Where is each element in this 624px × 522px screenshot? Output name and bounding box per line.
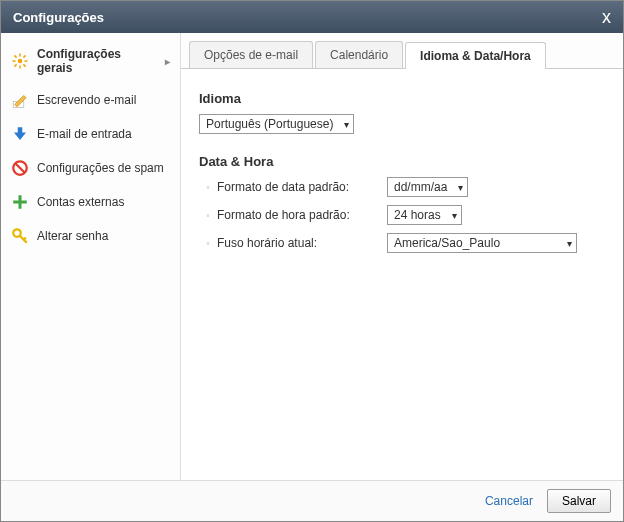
close-icon[interactable]: x bbox=[602, 7, 611, 28]
gear-icon bbox=[11, 52, 29, 70]
svg-line-18 bbox=[24, 238, 26, 240]
sidebar-item-label: Configurações gerais bbox=[37, 47, 157, 75]
svg-line-5 bbox=[14, 55, 16, 57]
plus-icon bbox=[11, 193, 29, 211]
row-label: Formato de data padrão: bbox=[217, 180, 387, 194]
sidebar-item-label: Alterar senha bbox=[37, 229, 108, 243]
tab-label: Calendário bbox=[330, 48, 388, 62]
chevron-right-icon: ▸ bbox=[165, 56, 170, 67]
sidebar-item-external[interactable]: Contas externas bbox=[1, 185, 180, 219]
dialog-body: Configurações gerais ▸ Escrevendo e-mail… bbox=[1, 33, 623, 480]
sidebar-item-incoming[interactable]: E-mail de entrada bbox=[1, 117, 180, 151]
dialog-footer: Cancelar Salvar bbox=[1, 480, 623, 521]
svg-line-6 bbox=[23, 64, 25, 66]
language-select[interactable]: Português (Portuguese) bbox=[199, 114, 354, 134]
tab-calendar[interactable]: Calendário bbox=[315, 41, 403, 68]
block-icon bbox=[11, 159, 29, 177]
pencil-icon bbox=[11, 91, 29, 109]
settings-dialog: Configurações x Configurações gerais ▸ E… bbox=[0, 0, 624, 522]
timezone-select[interactable]: America/Sao_Paulo bbox=[387, 233, 577, 253]
sidebar-item-label: Escrevendo e-mail bbox=[37, 93, 136, 107]
sidebar-item-general[interactable]: Configurações gerais ▸ bbox=[1, 39, 180, 83]
sidebar-item-label: Contas externas bbox=[37, 195, 124, 209]
bullet-icon: ▫ bbox=[199, 183, 217, 192]
svg-marker-11 bbox=[14, 127, 26, 140]
tab-language-datetime[interactable]: Idioma & Data/Hora bbox=[405, 42, 546, 69]
svg-line-8 bbox=[23, 55, 25, 57]
tab-label: Opções de e-mail bbox=[204, 48, 298, 62]
content-area: Opções de e-mail Calendário Idioma & Dat… bbox=[181, 33, 623, 480]
download-icon bbox=[11, 125, 29, 143]
row-label: Fuso horário atual: bbox=[217, 236, 387, 250]
tab-panel: Idioma Português (Portuguese) Data & Hor… bbox=[181, 69, 623, 480]
select-value: 24 horas bbox=[394, 208, 441, 222]
sidebar: Configurações gerais ▸ Escrevendo e-mail… bbox=[1, 33, 181, 480]
bullet-icon: ▫ bbox=[199, 239, 217, 248]
select-value: dd/mm/aa bbox=[394, 180, 447, 194]
row-date-format: ▫ Formato de data padrão: dd/mm/aa bbox=[199, 177, 605, 197]
bullet-icon: ▫ bbox=[199, 211, 217, 220]
titlebar: Configurações x bbox=[1, 1, 623, 33]
sidebar-item-label: E-mail de entrada bbox=[37, 127, 132, 141]
language-heading: Idioma bbox=[199, 91, 605, 106]
svg-line-13 bbox=[16, 164, 25, 173]
cancel-button[interactable]: Cancelar bbox=[485, 494, 533, 508]
key-icon bbox=[11, 227, 29, 245]
row-time-format: ▫ Formato de hora padrão: 24 horas bbox=[199, 205, 605, 225]
datetime-heading: Data & Hora bbox=[199, 154, 605, 169]
sidebar-item-spam[interactable]: Configurações de spam bbox=[1, 151, 180, 185]
svg-point-0 bbox=[18, 59, 23, 64]
row-timezone: ▫ Fuso horário atual: America/Sao_Paulo bbox=[199, 233, 605, 253]
row-label: Formato de hora padrão: bbox=[217, 208, 387, 222]
dialog-title: Configurações bbox=[13, 10, 104, 25]
svg-line-7 bbox=[14, 64, 16, 66]
tab-label: Idioma & Data/Hora bbox=[420, 49, 531, 63]
sidebar-item-compose[interactable]: Escrevendo e-mail bbox=[1, 83, 180, 117]
tab-bar: Opções de e-mail Calendário Idioma & Dat… bbox=[181, 33, 623, 69]
sidebar-item-label: Configurações de spam bbox=[37, 161, 164, 175]
sidebar-item-password[interactable]: Alterar senha bbox=[1, 219, 180, 253]
svg-rect-15 bbox=[13, 201, 27, 204]
save-button[interactable]: Salvar bbox=[547, 489, 611, 513]
select-value: Português (Portuguese) bbox=[206, 117, 333, 131]
time-format-select[interactable]: 24 horas bbox=[387, 205, 462, 225]
date-format-select[interactable]: dd/mm/aa bbox=[387, 177, 468, 197]
select-value: America/Sao_Paulo bbox=[394, 236, 500, 250]
tab-email-options[interactable]: Opções de e-mail bbox=[189, 41, 313, 68]
